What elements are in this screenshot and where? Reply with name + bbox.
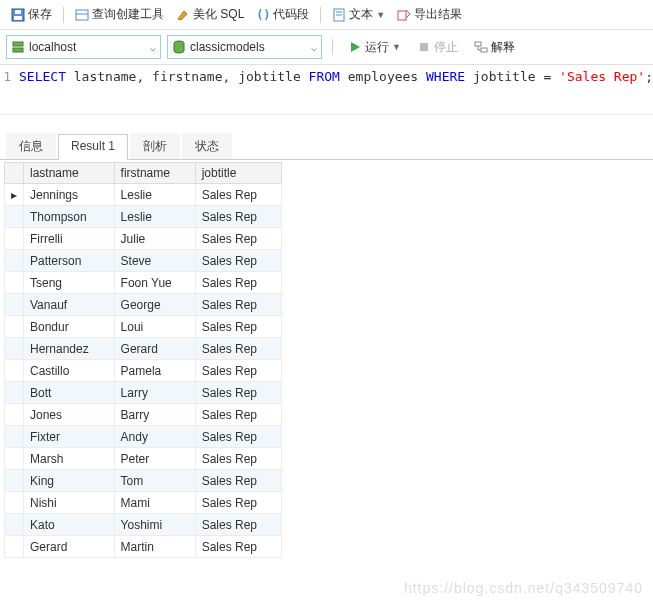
cell-lastname[interactable]: Marsh xyxy=(24,448,115,470)
table-row[interactable]: BottLarrySales Rep xyxy=(5,382,282,404)
cell-firstname[interactable]: Pamela xyxy=(114,360,195,382)
cell-jobtitle[interactable]: Sales Rep xyxy=(195,448,281,470)
cell-jobtitle[interactable]: Sales Rep xyxy=(195,514,281,536)
cell-firstname[interactable]: Larry xyxy=(114,382,195,404)
explain-button[interactable]: 解释 xyxy=(469,37,520,58)
cell-firstname[interactable]: Leslie xyxy=(114,206,195,228)
table-row[interactable]: CastilloPamelaSales Rep xyxy=(5,360,282,382)
cell-lastname[interactable]: Patterson xyxy=(24,250,115,272)
export-button[interactable]: 导出结果 xyxy=(392,4,467,25)
cell-jobtitle[interactable]: Sales Rep xyxy=(195,492,281,514)
table-row[interactable]: KingTomSales Rep xyxy=(5,470,282,492)
cell-firstname[interactable]: Steve xyxy=(114,250,195,272)
cell-lastname[interactable]: Tseng xyxy=(24,272,115,294)
cell-lastname[interactable]: Castillo xyxy=(24,360,115,382)
tab-info[interactable]: 信息 xyxy=(6,133,56,159)
run-button[interactable]: 运行 ▼ xyxy=(343,37,406,58)
cell-jobtitle[interactable]: Sales Rep xyxy=(195,184,281,206)
cell-lastname[interactable]: Nishi xyxy=(24,492,115,514)
row-indicator xyxy=(5,382,24,404)
cell-jobtitle[interactable]: Sales Rep xyxy=(195,228,281,250)
text-button[interactable]: 文本 ▼ xyxy=(327,4,390,25)
cell-jobtitle[interactable]: Sales Rep xyxy=(195,272,281,294)
cell-firstname[interactable]: Julie xyxy=(114,228,195,250)
cell-lastname[interactable]: King xyxy=(24,470,115,492)
table-row[interactable]: MarshPeterSales Rep xyxy=(5,448,282,470)
table-row[interactable]: KatoYoshimiSales Rep xyxy=(5,514,282,536)
row-indicator xyxy=(5,206,24,228)
cell-firstname[interactable]: Martin xyxy=(114,536,195,558)
table-row[interactable]: FixterAndySales Rep xyxy=(5,426,282,448)
cell-jobtitle[interactable]: Sales Rep xyxy=(195,338,281,360)
table-row[interactable]: HernandezGerardSales Rep xyxy=(5,338,282,360)
row-indicator xyxy=(5,316,24,338)
cell-firstname[interactable]: Andy xyxy=(114,426,195,448)
cell-jobtitle[interactable]: Sales Rep xyxy=(195,382,281,404)
query-tool-button[interactable]: 查询创建工具 xyxy=(70,4,169,25)
tab-status[interactable]: 状态 xyxy=(182,133,232,159)
cell-firstname[interactable]: Mami xyxy=(114,492,195,514)
dropdown-arrow-icon: ▼ xyxy=(392,42,401,52)
db-combo[interactable]: classicmodels ⌵ xyxy=(167,35,322,59)
codeseg-button[interactable]: () 代码段 xyxy=(251,4,314,25)
cell-firstname[interactable]: George xyxy=(114,294,195,316)
cell-jobtitle[interactable]: Sales Rep xyxy=(195,404,281,426)
chevron-down-icon: ⌵ xyxy=(150,42,156,53)
cell-lastname[interactable]: Firrelli xyxy=(24,228,115,250)
tab-profile[interactable]: 剖析 xyxy=(130,133,180,159)
table-row[interactable]: FirrelliJulieSales Rep xyxy=(5,228,282,250)
beautify-button[interactable]: 美化 SQL xyxy=(171,4,249,25)
cell-lastname[interactable]: Bott xyxy=(24,382,115,404)
cell-firstname[interactable]: Barry xyxy=(114,404,195,426)
cell-lastname[interactable]: Bondur xyxy=(24,316,115,338)
cell-lastname[interactable]: Vanauf xyxy=(24,294,115,316)
sql-editor[interactable]: 1 SELECT lastname, firstname, jobtitle F… xyxy=(0,65,653,115)
play-icon xyxy=(348,40,362,54)
table-row[interactable]: PattersonSteveSales Rep xyxy=(5,250,282,272)
cell-lastname[interactable]: Jennings xyxy=(24,184,115,206)
table-row[interactable]: NishiMamiSales Rep xyxy=(5,492,282,514)
cell-lastname[interactable]: Fixter xyxy=(24,426,115,448)
cell-jobtitle[interactable]: Sales Rep xyxy=(195,426,281,448)
save-button[interactable]: 保存 xyxy=(6,4,57,25)
table-row[interactable]: TsengFoon YueSales Rep xyxy=(5,272,282,294)
query-tool-icon xyxy=(75,8,89,22)
stop-button[interactable]: 停止 xyxy=(412,37,463,58)
cell-firstname[interactable]: Gerard xyxy=(114,338,195,360)
line-number: 1 xyxy=(0,69,19,110)
cell-jobtitle[interactable]: Sales Rep xyxy=(195,470,281,492)
col-firstname[interactable]: firstname xyxy=(114,163,195,184)
cell-jobtitle[interactable]: Sales Rep xyxy=(195,536,281,558)
cell-lastname[interactable]: Thompson xyxy=(24,206,115,228)
cell-jobtitle[interactable]: Sales Rep xyxy=(195,250,281,272)
table-row[interactable]: JonesBarrySales Rep xyxy=(5,404,282,426)
codeseg-label: 代码段 xyxy=(273,6,309,23)
explain-label: 解释 xyxy=(491,39,515,56)
table-row[interactable]: VanaufGeorgeSales Rep xyxy=(5,294,282,316)
table-row[interactable]: ▸JenningsLeslieSales Rep xyxy=(5,184,282,206)
host-combo[interactable]: localhost ⌵ xyxy=(6,35,161,59)
cell-lastname[interactable]: Hernandez xyxy=(24,338,115,360)
separator xyxy=(63,7,64,23)
cell-firstname[interactable]: Foon Yue xyxy=(114,272,195,294)
cell-jobtitle[interactable]: Sales Rep xyxy=(195,360,281,382)
col-jobtitle[interactable]: jobtitle xyxy=(195,163,281,184)
col-lastname[interactable]: lastname xyxy=(24,163,115,184)
cell-lastname[interactable]: Jones xyxy=(24,404,115,426)
row-indicator xyxy=(5,404,24,426)
cell-firstname[interactable]: Yoshimi xyxy=(114,514,195,536)
cell-firstname[interactable]: Leslie xyxy=(114,184,195,206)
cell-jobtitle[interactable]: Sales Rep xyxy=(195,294,281,316)
result-grid[interactable]: lastname firstname jobtitle ▸JenningsLes… xyxy=(4,162,282,558)
cell-firstname[interactable]: Loui xyxy=(114,316,195,338)
cell-firstname[interactable]: Tom xyxy=(114,470,195,492)
cell-lastname[interactable]: Gerard xyxy=(24,536,115,558)
table-row[interactable]: GerardMartinSales Rep xyxy=(5,536,282,558)
tab-result[interactable]: Result 1 xyxy=(58,134,128,160)
cell-lastname[interactable]: Kato xyxy=(24,514,115,536)
cell-firstname[interactable]: Peter xyxy=(114,448,195,470)
table-row[interactable]: ThompsonLeslieSales Rep xyxy=(5,206,282,228)
table-row[interactable]: BondurLouiSales Rep xyxy=(5,316,282,338)
cell-jobtitle[interactable]: Sales Rep xyxy=(195,316,281,338)
cell-jobtitle[interactable]: Sales Rep xyxy=(195,206,281,228)
